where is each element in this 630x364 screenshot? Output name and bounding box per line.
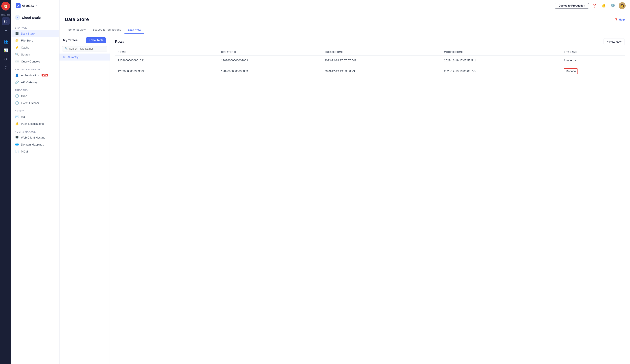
modifiedtime-cell[interactable]: 2023-12-19 17:07:57:541 xyxy=(442,56,561,65)
sidebar-item-mail[interactable]: ✉️ Mail xyxy=(12,113,59,120)
sidebar-item-label: Cache xyxy=(21,46,29,49)
table-header-row: ROWID CREATORID CREATEDTIME MODIFIEDTIME… xyxy=(115,48,625,56)
code-icon[interactable]: { } xyxy=(2,17,10,25)
search-box: 🔍 xyxy=(62,46,107,52)
authentication-icon: 👤 xyxy=(15,73,19,77)
help-link-label: Help xyxy=(619,18,625,21)
new-table-button[interactable]: + New Table xyxy=(86,37,106,43)
api-gateway-icon: 🔗 xyxy=(15,80,19,84)
sidebar-item-mdm[interactable]: 📄 MDM xyxy=(12,148,59,155)
sidebar-item-label: Cron xyxy=(21,94,27,98)
cache-icon: ⚡ xyxy=(15,46,19,49)
web-hosting-icon: 🖥️ xyxy=(15,136,19,139)
data-table: ROWID CREATORID CREATEDTIME MODIFIEDTIME… xyxy=(115,48,625,77)
bell-icon[interactable]: 🔔 xyxy=(600,2,607,9)
tab-schema-view[interactable]: Schema View xyxy=(65,26,89,34)
help-circle-icon: ❓ xyxy=(614,18,618,21)
sidebar-item-search[interactable]: 🔍 Search xyxy=(12,51,59,58)
push-notifications-icon: 🔔 xyxy=(15,122,19,125)
tab-data-view[interactable]: Data View xyxy=(124,26,144,34)
sidebar-item-label: API Gateway xyxy=(21,81,38,84)
rowid-cell[interactable]: 12096000000961031 xyxy=(115,56,218,65)
app-switcher[interactable]: A AlienCity ▾ xyxy=(14,2,38,9)
main-topbar: Deploy to Production ❓ 🔔 ⚙️ 👩 xyxy=(60,0,630,11)
search-input[interactable] xyxy=(69,47,104,50)
creatorid-cell[interactable]: 12096000000003003 xyxy=(218,65,322,77)
search-icon: 🔍 xyxy=(15,53,19,56)
modifiedtime-cell[interactable]: 2023-12-19 19:03:00:795 xyxy=(442,65,561,77)
query-console-icon: ⌨️ xyxy=(15,60,19,63)
sidebar-item-api-gateway[interactable]: 🔗 API Gateway xyxy=(12,79,59,86)
analytics-icon[interactable]: 📊 xyxy=(2,46,10,54)
help-circle-icon[interactable]: ❓ xyxy=(591,2,598,9)
settings-icon[interactable]: ⚙️ xyxy=(610,2,616,9)
settings-2-icon[interactable]: ⚙ xyxy=(2,55,10,63)
sidebar-item-event-listener[interactable]: 🕐 Event Listener xyxy=(12,99,59,106)
data-store-icon: 🗄️ xyxy=(15,32,19,35)
table-item-aliencity[interactable]: ⊞ AlienCity xyxy=(60,53,110,60)
my-tables-label: My Tables xyxy=(63,38,78,42)
app-name: AlienCity xyxy=(22,4,34,7)
grid-icon: ⊞ xyxy=(63,55,66,59)
help-link[interactable]: ❓ Help xyxy=(614,18,625,21)
users-icon[interactable]: 👥 xyxy=(2,38,10,45)
sidebar-item-data-store[interactable]: 🗄️ Data Store xyxy=(12,30,59,37)
rowid-cell[interactable]: 12096000000963802 xyxy=(115,65,218,77)
sidebar-title: Cloud Scale xyxy=(22,16,41,19)
cityname-cell[interactable]: Monaco xyxy=(561,65,625,77)
sidebar-item-authentication[interactable]: 👤 Authentication NEW xyxy=(12,72,59,79)
sidebar-item-domain-mappings[interactable]: 🌐 Domain Mappings xyxy=(12,141,59,148)
sidebar-item-label: Data Store xyxy=(21,32,34,35)
createdtime-cell[interactable]: 2023-12-19 17:07:57:541 xyxy=(322,56,442,65)
creatorid-cell[interactable]: 12096000000003003 xyxy=(218,56,322,65)
tables-panel-header: My Tables + New Table xyxy=(60,37,110,46)
sidebar-item-cache[interactable]: ⚡ Cache xyxy=(12,44,59,51)
tables-panel: My Tables + New Table 🔍 ⊞ AlienCity xyxy=(60,34,110,364)
col-creatorid: CREATORID xyxy=(218,48,322,56)
help-2-icon[interactable]: ? xyxy=(2,64,10,72)
data-view-header: Rows + New Row xyxy=(115,38,625,45)
sidebar-item-cron[interactable]: 🕐 Cron xyxy=(12,92,59,99)
cityname-cell[interactable]: Amsterdam xyxy=(561,56,625,65)
security-section-label: SECURITY & IDENTITY xyxy=(12,65,59,72)
page: Data Store ❓ Help Schema View Scopes & P… xyxy=(60,11,630,364)
sidebar-item-web-client-hosting[interactable]: 🖥️ Web Client Hosting xyxy=(12,134,59,141)
new-row-button[interactable]: + New Row xyxy=(604,38,625,45)
sidebar-item-push-notifications[interactable]: 🔔 Push Notifications xyxy=(12,120,59,127)
mdm-icon: 📄 xyxy=(15,150,19,153)
rows-label: Rows xyxy=(115,40,124,44)
domain-icon: 🌐 xyxy=(15,143,19,146)
sidebar-item-label: Query Console xyxy=(21,60,40,63)
triggers-section-label: TRIGGERS xyxy=(12,86,59,92)
tabs-bar: Schema View Scopes & Permissions Data Vi… xyxy=(60,26,630,34)
new-badge: NEW xyxy=(42,74,48,76)
table-row[interactable]: 12096000000961031120960000000030032023-1… xyxy=(115,56,625,65)
main-content: Deploy to Production ❓ 🔔 ⚙️ 👩 Data Store… xyxy=(60,0,630,364)
sidebar-item-label: Event Listener xyxy=(21,101,39,105)
avatar[interactable]: 👩 xyxy=(618,2,626,9)
topbar: A AlienCity ▾ xyxy=(12,0,59,11)
rail-divider xyxy=(2,36,9,36)
sidebar-item-file-store[interactable]: 📁 File Store xyxy=(12,37,59,44)
createdtime-cell[interactable]: 2023-12-19 19:03:00:795 xyxy=(322,65,442,77)
tab-scopes-permissions[interactable]: Scopes & Permissions xyxy=(89,26,124,34)
cron-icon: 🕐 xyxy=(15,94,19,98)
data-view: Rows + New Row ROWID CREATORID CREATEDTI… xyxy=(110,34,630,364)
page-header: Data Store ❓ Help xyxy=(60,11,630,22)
host-section-label: HOST & MANAGE xyxy=(12,127,59,134)
deploy-button[interactable]: Deploy to Production xyxy=(555,3,589,9)
cloud-icon[interactable]: ☁ xyxy=(2,26,10,34)
event-listener-icon: 🕐 xyxy=(15,101,19,105)
sidebar-item-label: Web Client Hosting xyxy=(21,136,45,139)
app-icon: A xyxy=(16,3,20,8)
mail-icon: ✉️ xyxy=(15,115,19,118)
sidebar-item-label: File Store xyxy=(21,39,33,42)
sidebar-logo: ☁ xyxy=(15,15,20,20)
icon-rail: 🎅 Services { } ☁ 👥 📊 ⚙ ? xyxy=(0,0,12,364)
table-row[interactable]: 12096000000963802120960000000030032023-1… xyxy=(115,65,625,77)
sidebar-item-query-console[interactable]: ⌨️ Query Console xyxy=(12,58,59,65)
content-area: My Tables + New Table 🔍 ⊞ AlienCity xyxy=(60,34,630,364)
app-shell: A AlienCity ▾ ☁ Cloud Scale STORAGE 🗄️ D… xyxy=(12,0,630,364)
sidebar-item-label: Push Notifications xyxy=(21,122,44,125)
table-header: ROWID CREATORID CREATEDTIME MODIFIEDTIME… xyxy=(115,48,625,56)
